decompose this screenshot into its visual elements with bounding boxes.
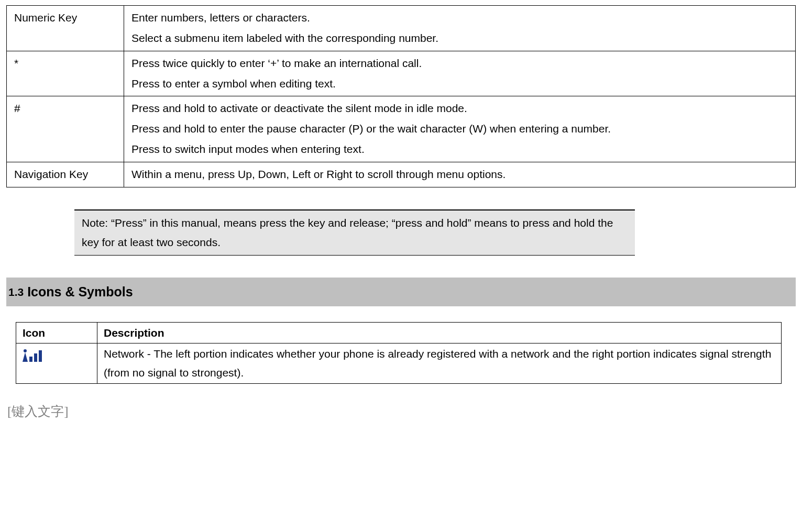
key-name-cell: Navigation Key: [7, 162, 124, 187]
key-name-cell: *: [7, 51, 124, 96]
desc-line: Select a submenu item labeled with the c…: [131, 28, 788, 49]
key-desc-cell: Press twice quickly to enter ‘+’ to make…: [124, 51, 796, 96]
key-name-cell: #: [7, 96, 124, 162]
desc-line: Press and hold to activate or deactivate…: [131, 98, 788, 119]
icons-table: Icon Description Network - The left port…: [16, 322, 782, 384]
note-box: Note: “Press” in this manual, means pres…: [74, 209, 635, 256]
key-desc-cell: Press and hold to activate or deactivate…: [124, 96, 796, 162]
footer-placeholder: [键入文字]: [7, 400, 796, 424]
icon-header: Icon: [16, 322, 97, 343]
desc-line: Within a menu, press Up, Down, Left or R…: [131, 164, 788, 185]
table-row: * Press twice quickly to enter ‘+’ to ma…: [7, 51, 796, 96]
table-row: Numeric Key Enter numbers, letters or ch…: [7, 6, 796, 51]
note-text: Note: “Press” in this manual, means pres…: [82, 217, 613, 248]
key-name-cell: Numeric Key: [7, 6, 124, 51]
desc-line: Enter numbers, letters or characters.: [131, 8, 788, 28]
key-desc-cell: Within a menu, press Up, Down, Left or R…: [124, 162, 796, 187]
table-row: # Press and hold to activate or deactiva…: [7, 96, 796, 162]
icon-description: Network - The left portion indicates whe…: [97, 343, 782, 383]
key-desc-cell: Enter numbers, letters or characters. Se…: [124, 6, 796, 51]
table-row: Navigation Key Within a menu, press Up, …: [7, 162, 796, 187]
desc-line: Press and hold to enter the pause charac…: [131, 119, 788, 139]
section-title: Icons & Symbols: [27, 284, 133, 299]
description-header: Description: [97, 322, 782, 343]
icon-cell: [16, 343, 97, 383]
network-signal-icon: [23, 349, 42, 362]
section-number: 1.3: [8, 286, 24, 298]
table-header-row: Icon Description: [16, 322, 782, 343]
desc-line: Press to enter a symbol when editing tex…: [131, 74, 788, 94]
table-row: Network - The left portion indicates whe…: [16, 343, 782, 383]
desc-line: Press twice quickly to enter ‘+’ to make…: [131, 53, 788, 74]
section-heading: 1.3 Icons & Symbols: [6, 278, 796, 306]
desc-line: Press to switch input modes when enterin…: [131, 139, 788, 160]
keys-table: Numeric Key Enter numbers, letters or ch…: [6, 5, 796, 187]
